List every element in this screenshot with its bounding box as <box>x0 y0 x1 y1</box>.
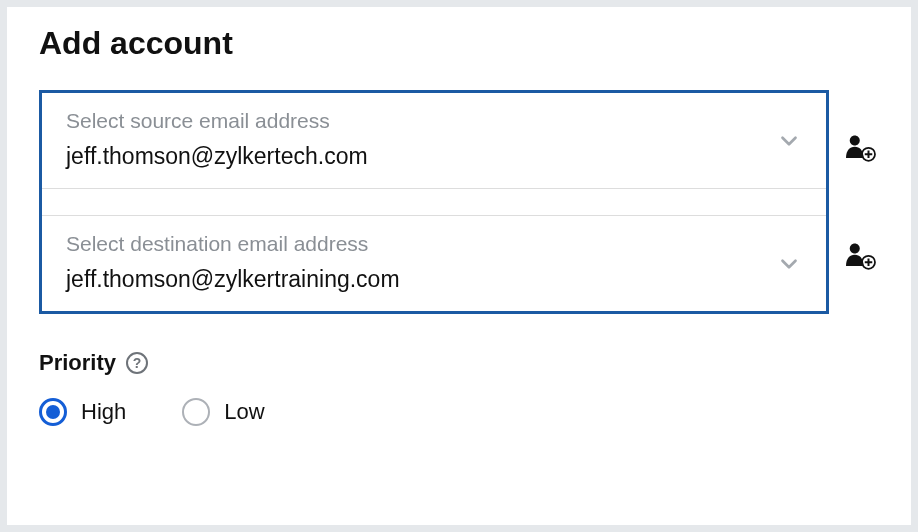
help-icon[interactable]: ? <box>126 352 148 374</box>
source-label: Select source email address <box>66 109 802 133</box>
source-email-select[interactable]: Select source email address jeff.thomson… <box>42 93 826 188</box>
add-destination-user-button[interactable] <box>843 238 879 274</box>
priority-low-radio[interactable]: Low <box>182 398 264 426</box>
radio-unselected-icon <box>182 398 210 426</box>
chevron-down-icon <box>776 251 802 277</box>
priority-high-label: High <box>81 399 126 425</box>
priority-low-label: Low <box>224 399 264 425</box>
radio-selected-icon <box>39 398 67 426</box>
source-row: Select source email address jeff.thomson… <box>39 90 879 314</box>
page-title: Add account <box>39 25 879 62</box>
destination-label: Select destination email address <box>66 232 802 256</box>
add-account-panel: Add account Select source email address … <box>6 6 912 526</box>
priority-radio-group: High Low <box>39 398 879 426</box>
source-value: jeff.thomson@zylkertech.com <box>66 143 802 170</box>
chevron-down-icon <box>776 128 802 154</box>
destination-value: jeff.thomson@zylkertraining.com <box>66 266 802 293</box>
priority-section: Priority ? High Low <box>39 350 879 426</box>
priority-header: Priority ? <box>39 350 879 376</box>
priority-label: Priority <box>39 350 116 376</box>
add-source-user-button[interactable] <box>843 130 879 166</box>
email-select-group: Select source email address jeff.thomson… <box>39 90 829 314</box>
destination-email-select[interactable]: Select destination email address jeff.th… <box>42 216 826 311</box>
priority-high-radio[interactable]: High <box>39 398 126 426</box>
divider <box>42 188 826 216</box>
